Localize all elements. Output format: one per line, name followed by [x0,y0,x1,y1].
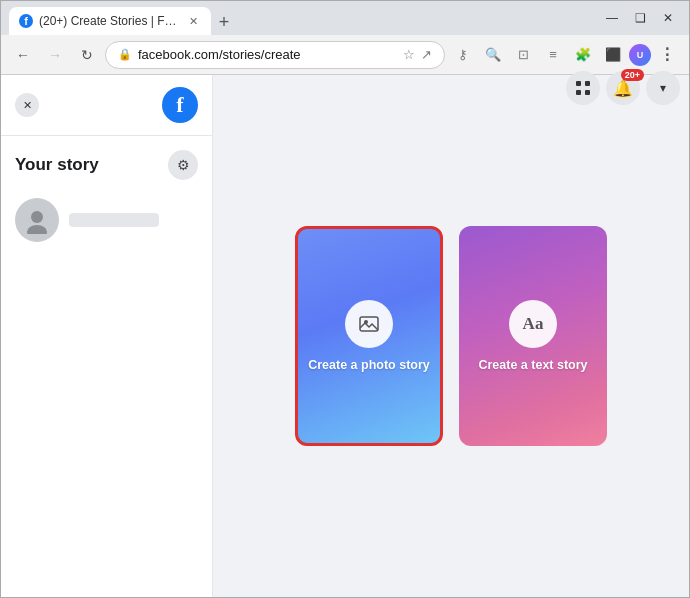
text-icon: Aa [523,314,544,334]
lock-icon: 🔒 [118,48,132,61]
svg-rect-3 [585,81,590,86]
title-bar: f (20+) Create Stories | Facebook ✕ + — … [1,1,689,35]
share-icon: ↗ [421,47,432,62]
chrome-profile-button[interactable]: U [629,44,651,66]
url-text: facebook.com/stories/create [138,47,397,62]
settings-button[interactable]: ⚙ [168,150,198,180]
star-icon: ☆ [403,47,415,62]
avatar [15,198,59,242]
tab-title: (20+) Create Stories | Facebook [39,14,179,28]
extensions-icon-button[interactable]: 🧩 [569,41,597,69]
sidebar-header: ✕ f [1,75,212,136]
facebook-logo[interactable]: f [162,87,198,123]
svg-rect-2 [576,81,581,86]
window-controls: — ❑ ✕ [599,5,681,31]
profile-split-icon-button[interactable]: ⬛ [599,41,627,69]
new-tab-button[interactable]: + [211,9,237,35]
close-sidebar-button[interactable]: ✕ [15,93,39,117]
svg-point-1 [27,225,47,234]
nav-bar: ← → ↻ 🔒 facebook.com/stories/create ☆ ↗ … [1,35,689,75]
tab-favicon: f [19,14,33,28]
your-story-title-row: Your story ⚙ [15,150,198,180]
address-bar[interactable]: 🔒 facebook.com/stories/create ☆ ↗ [105,41,445,69]
search-icon-button[interactable]: 🔍 [479,41,507,69]
gear-icon: ⚙ [177,157,190,173]
tab-area: f (20+) Create Stories | Facebook ✕ + [9,1,587,35]
close-button[interactable]: ✕ [655,5,681,31]
text-icon-circle: Aa [509,300,557,348]
svg-rect-4 [576,90,581,95]
story-cards-container: Create a photo story Aa Create a text st… [295,226,607,446]
refresh-button[interactable]: ↻ [73,41,101,69]
minimize-button[interactable]: — [599,5,625,31]
cast-icon-button[interactable]: ⊡ [509,41,537,69]
user-name-label [69,213,159,227]
bell-icon: 🔔 [613,79,633,98]
sidebar: ✕ f Your story ⚙ [1,75,213,597]
nav-icons: ⚷ 🔍 ⊡ ≡ 🧩 ⬛ U ⋮ [449,41,681,69]
user-list-item[interactable] [15,192,198,248]
maximize-button[interactable]: ❑ [627,5,653,31]
extension1-icon-button[interactable]: ≡ [539,41,567,69]
forward-button: → [41,41,69,69]
browser-frame: f (20+) Create Stories | Facebook ✕ + — … [0,0,690,598]
create-photo-story-card[interactable]: Create a photo story [295,226,443,446]
text-story-label: Create a text story [468,358,597,372]
chevron-down-icon: ▾ [660,81,666,95]
back-button[interactable]: ← [9,41,37,69]
create-text-story-card[interactable]: Aa Create a text story [459,226,607,446]
active-tab[interactable]: f (20+) Create Stories | Facebook ✕ [9,7,211,35]
key-icon-button[interactable]: ⚷ [449,41,477,69]
grid-icon-button[interactable] [566,75,600,105]
tab-close-button[interactable]: ✕ [185,13,201,29]
notification-badge: 20+ [621,75,644,81]
main-content: ✕ f Your story ⚙ [1,75,689,597]
svg-point-0 [31,211,43,223]
your-story-title: Your story [15,155,99,175]
right-content: 🔔 20+ ▾ Create a [213,75,689,597]
grid-icon [575,80,591,96]
close-icon: ✕ [23,99,32,112]
notification-button[interactable]: 🔔 20+ [606,75,640,105]
photo-story-label: Create a photo story [298,358,440,372]
photo-icon [358,313,380,335]
account-menu-button[interactable]: ▾ [646,75,680,105]
svg-rect-6 [360,317,378,331]
browser-menu-button[interactable]: ⋮ [653,41,681,69]
photo-icon-circle [345,300,393,348]
svg-rect-5 [585,90,590,95]
your-story-section: Your story ⚙ [1,136,212,258]
